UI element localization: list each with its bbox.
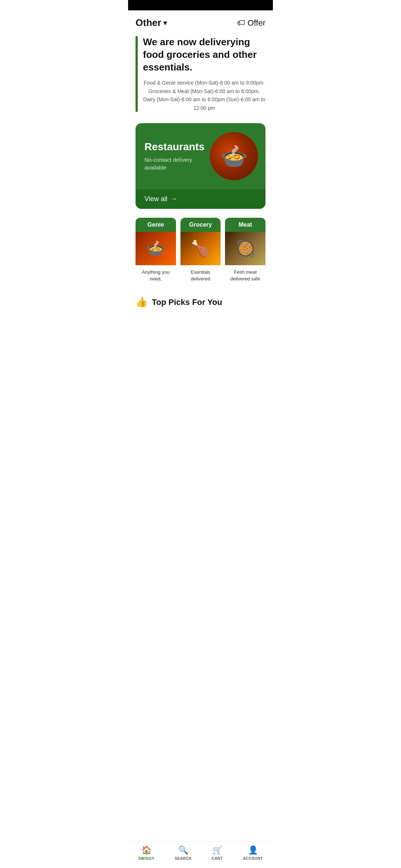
category-label-grocery: Grocery xyxy=(189,221,212,228)
restaurant-card-text: Restaurants No-contact delivery availabl… xyxy=(144,141,210,171)
top-picks-section: 👍 Top Picks For You xyxy=(128,290,273,312)
hero-subtitle: Food & Genie service (Mon-Sat)-6:00 am t… xyxy=(143,79,265,112)
category-image-genie: 🍲 xyxy=(136,232,176,265)
category-header-grocery: Grocery xyxy=(180,218,221,232)
category-row: Genie 🍲 Anything you need, Grocery 🍗 Ese… xyxy=(128,215,273,290)
offer-button[interactable]: 🏷 Offer xyxy=(237,18,265,28)
category-card-grocery[interactable]: Grocery 🍗 Esentials delivered xyxy=(180,218,221,286)
chevron-down-icon: ▾ xyxy=(163,19,167,27)
category-label-genie: Genie xyxy=(147,221,164,228)
view-all-section[interactable]: View all → xyxy=(136,189,265,209)
top-picks-title: Top Picks For You xyxy=(152,297,222,307)
category-desc-grocery: Esentials delivered xyxy=(180,265,221,286)
restaurant-card-title: Restaurants xyxy=(144,141,210,153)
food-visual xyxy=(210,132,258,180)
tag-icon: 🏷 xyxy=(237,18,245,28)
hero-section: We are now deliverying food groceries an… xyxy=(128,32,273,119)
restaurant-card[interactable]: Restaurants No-contact delivery availabl… xyxy=(136,123,265,209)
hero-title: We are now deliverying food groceries an… xyxy=(143,36,265,73)
category-card-meat[interactable]: Meat 🥘 Fesh meat delivered safe xyxy=(225,218,265,286)
category-image-grocery: 🍗 xyxy=(180,232,221,265)
category-header-meat: Meat xyxy=(225,218,265,232)
green-accent-bar xyxy=(136,36,138,112)
category-header-genie: Genie xyxy=(136,218,176,232)
restaurant-card-image xyxy=(210,132,258,180)
restaurant-card-description: No-contact delivery available xyxy=(144,156,210,171)
location-selector[interactable]: Other ▾ xyxy=(136,17,167,29)
offer-label: Offer xyxy=(247,18,265,28)
thumbs-up-icon: 👍 xyxy=(136,296,147,308)
category-card-genie[interactable]: Genie 🍲 Anything you need, xyxy=(136,218,176,286)
location-text: Other xyxy=(136,17,161,29)
category-desc-genie: Anything you need, xyxy=(136,265,176,286)
status-bar xyxy=(128,0,273,10)
arrow-right-icon: → xyxy=(170,195,177,203)
hero-text: We are now deliverying food groceries an… xyxy=(143,36,265,112)
view-all-text: View all xyxy=(144,195,167,203)
header: Other ▾ 🏷 Offer xyxy=(128,10,273,32)
category-desc-meat: Fesh meat delivered safe xyxy=(225,265,265,286)
category-label-meat: Meat xyxy=(238,221,252,228)
category-image-meat: 🥘 xyxy=(225,232,265,265)
